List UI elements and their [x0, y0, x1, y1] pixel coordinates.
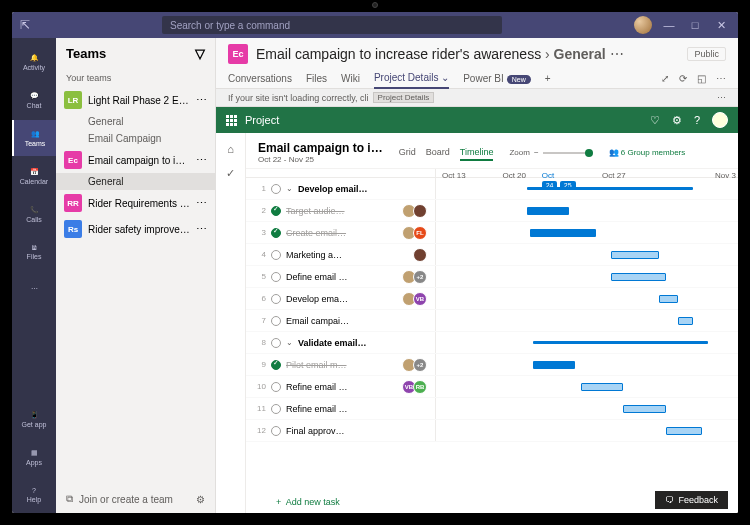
more-icon[interactable]: ⋯ [716, 73, 726, 84]
open-icon[interactable]: ◱ [697, 73, 706, 84]
gantt-bar[interactable] [527, 187, 693, 190]
rail-apps[interactable]: ▦Apps [12, 439, 56, 475]
join-create-team[interactable]: ⧉ Join or create a team ⚙ [56, 485, 215, 513]
task-row[interactable]: 2Target audie… [246, 200, 738, 222]
task-name[interactable]: Pilot email m… [286, 360, 400, 370]
help-icon[interactable]: ? [694, 114, 700, 126]
complete-toggle[interactable] [271, 338, 281, 348]
rail-help[interactable]: ?Help [12, 477, 56, 513]
tab-power-bi[interactable]: Power BINew [463, 69, 531, 88]
gantt-bar[interactable] [581, 383, 623, 391]
complete-toggle[interactable] [271, 272, 281, 282]
search-input[interactable]: Search or type a command [162, 16, 502, 34]
gantt-bar[interactable] [527, 207, 569, 215]
gantt-bar[interactable] [666, 427, 702, 435]
project-avatar[interactable] [712, 112, 728, 128]
rail-files[interactable]: 🗎Files [12, 234, 56, 270]
complete-toggle[interactable] [271, 382, 281, 392]
sidebar-team[interactable]: EcEmail campaign to increa…⋯ [56, 147, 215, 173]
waffle-icon[interactable] [226, 115, 237, 126]
task-row[interactable]: 11Refine email … [246, 398, 738, 420]
task-name[interactable]: Target audie… [286, 206, 400, 216]
task-row[interactable]: 4Marketing a… [246, 244, 738, 266]
more-icon[interactable]: ⋯ [196, 154, 207, 167]
more-icon[interactable]: ⋯ [196, 197, 207, 210]
filter-icon[interactable]: ▽ [195, 46, 205, 61]
complete-toggle[interactable] [271, 316, 281, 326]
bell-icon[interactable]: ♡ [650, 114, 660, 127]
complete-toggle[interactable] [271, 404, 281, 414]
tab-project-details-[interactable]: Project Details ⌄ [374, 68, 449, 89]
add-tab-button[interactable]: + [545, 69, 551, 88]
task-name[interactable]: Marketing a… [286, 250, 411, 260]
task-name[interactable]: Final approv… [286, 426, 422, 436]
sidebar-team[interactable]: RsRider safety improvements⋯ [56, 216, 215, 242]
check-icon[interactable]: ✓ [226, 167, 235, 180]
chevron-down-icon[interactable]: ⌄ [286, 184, 293, 193]
complete-toggle[interactable] [271, 250, 281, 260]
rail-calls[interactable]: 📞Calls [12, 196, 56, 232]
task-name[interactable]: Define email … [286, 272, 400, 282]
gantt-bar[interactable] [611, 273, 665, 281]
minimize-button[interactable]: — [660, 19, 678, 31]
complete-toggle[interactable] [271, 184, 281, 194]
user-avatar[interactable] [634, 16, 652, 34]
rail-bell[interactable]: 🔔Activity [12, 44, 56, 80]
sidebar-team[interactable]: RRRider Requirements Survey⋯ [56, 190, 215, 216]
gantt-bar[interactable] [533, 361, 575, 369]
task-row[interactable]: 12Final approv… [246, 420, 738, 442]
task-name[interactable]: Validate email… [298, 338, 422, 348]
tab-wiki[interactable]: Wiki [341, 69, 360, 88]
sidebar-channel[interactable]: General [56, 113, 215, 130]
chevron-down-icon[interactable]: ⌄ [286, 338, 293, 347]
rail-teams[interactable]: 👥Teams [12, 120, 56, 156]
task-row[interactable]: 10Refine email …VBRB [246, 376, 738, 398]
gantt-bar[interactable] [623, 405, 665, 413]
more-icon[interactable]: ⋯ [196, 223, 207, 236]
task-row[interactable]: 5Define email …+2 [246, 266, 738, 288]
view-tab-board[interactable]: Board [426, 145, 450, 161]
complete-toggle[interactable] [271, 294, 281, 304]
task-row[interactable]: 9Pilot email m…+2 [246, 354, 738, 376]
task-name[interactable]: Refine email … [286, 382, 400, 392]
rail-getapp[interactable]: 📱Get app [12, 401, 56, 437]
task-name[interactable]: Create email… [286, 228, 400, 238]
settings-icon[interactable]: ⚙ [196, 494, 205, 505]
close-button[interactable]: ✕ [712, 19, 730, 32]
complete-toggle[interactable] [271, 228, 281, 238]
complete-toggle[interactable] [271, 360, 281, 370]
gantt-bar[interactable] [678, 317, 693, 325]
complete-toggle[interactable] [271, 206, 281, 216]
infobar-button[interactable]: Project Details [373, 92, 435, 103]
gantt-bar[interactable] [659, 295, 677, 303]
more-icon[interactable]: ⋯ [196, 94, 207, 107]
task-row[interactable]: 3Create email…FL [246, 222, 738, 244]
rail-more[interactable]: ⋯ [12, 272, 56, 308]
task-name[interactable]: Develop ema… [286, 294, 400, 304]
task-name[interactable]: Develop email… [298, 184, 422, 194]
complete-toggle[interactable] [271, 426, 281, 436]
feedback-button[interactable]: 🗨 Feedback [655, 491, 728, 509]
sidebar-channel[interactable]: General [56, 173, 215, 190]
task-row[interactable]: 8⌄Validate email… [246, 332, 738, 354]
gantt-bar[interactable] [533, 341, 708, 344]
task-name[interactable]: Refine email … [286, 404, 422, 414]
rail-calendar[interactable]: 📅Calendar [12, 158, 56, 194]
infobar-more[interactable]: ⋯ [717, 93, 726, 103]
task-row[interactable]: 1⌄Develop email… [246, 178, 738, 200]
maximize-button[interactable]: □ [686, 19, 704, 31]
task-row[interactable]: 7Email campai… [246, 310, 738, 332]
sidebar-team[interactable]: LRLight Rail Phase 2 Expans…⋯ [56, 87, 215, 113]
popout-icon[interactable]: ⇱ [20, 18, 30, 32]
rail-chat[interactable]: 💬Chat [12, 82, 56, 118]
view-tab-grid[interactable]: Grid [399, 145, 416, 161]
task-row[interactable]: 6Develop ema…VB [246, 288, 738, 310]
expand-icon[interactable]: ⤢ [661, 73, 669, 84]
gantt-bar[interactable] [530, 229, 596, 237]
view-tab-timeline[interactable]: Timeline [460, 145, 494, 161]
tab-conversations[interactable]: Conversations [228, 69, 292, 88]
refresh-icon[interactable]: ⟳ [679, 73, 687, 84]
sidebar-channel[interactable]: Email Campaign [56, 130, 215, 147]
group-members[interactable]: 👥 6 Group members [609, 148, 686, 157]
tab-files[interactable]: Files [306, 69, 327, 88]
